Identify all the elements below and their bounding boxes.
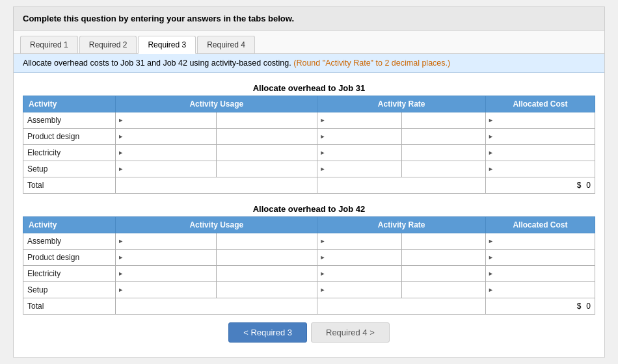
tab-required1[interactable]: Required 1	[20, 36, 78, 53]
col-rate2: Activity Rate	[317, 217, 486, 233]
table-row: Product design ►	[23, 129, 595, 145]
prev-button[interactable]: < Required 3	[228, 322, 307, 343]
rate-cell: ►	[317, 233, 486, 250]
rate-input1[interactable]	[326, 129, 401, 144]
arrow-icon: ►	[116, 254, 124, 261]
arrow-icon: ►	[116, 133, 124, 140]
allocated-input[interactable]	[494, 113, 595, 127]
next-button[interactable]: Required 4 >	[311, 322, 390, 343]
rate-input2[interactable]	[402, 250, 485, 265]
arrow-icon: ►	[116, 270, 124, 277]
usage-cell: ►	[116, 233, 317, 250]
usage-input2[interactable]	[217, 283, 317, 297]
rate-input1[interactable]	[326, 283, 401, 297]
arrow-icon: ►	[317, 254, 326, 261]
usage-input2[interactable]	[217, 250, 317, 265]
usage-input1[interactable]	[124, 250, 216, 265]
rate-input1[interactable]	[326, 234, 401, 248]
activity-label: Product design	[23, 250, 116, 266]
rate-cell: ►	[317, 250, 486, 266]
allocated-input[interactable]	[494, 146, 595, 160]
tab-required3[interactable]: Required 3	[138, 36, 196, 54]
arrow-icon: ►	[116, 238, 124, 244]
activity-label: Setup	[23, 161, 116, 177]
arrow-icon: ►	[486, 133, 494, 140]
allocated-cell: ►	[485, 233, 595, 250]
arrow-icon: ►	[116, 150, 124, 156]
activity-label: Product design	[23, 129, 116, 145]
instruction-text: Complete this question by entering your …	[23, 14, 294, 23]
allocated-cell: ►	[485, 282, 595, 298]
usage-input2[interactable]	[217, 129, 317, 144]
allocated-cell: ►	[485, 112, 595, 129]
allocated-input[interactable]	[494, 129, 595, 144]
usage-input1[interactable]	[124, 234, 216, 248]
rate-input1[interactable]	[326, 113, 401, 127]
arrow-icon: ►	[317, 133, 326, 140]
tab-required2[interactable]: Required 2	[79, 36, 137, 53]
rate-input2[interactable]	[402, 146, 485, 160]
activity-label: Setup	[23, 282, 116, 298]
usage-cell: ►	[116, 129, 317, 145]
info-highlight: (Round "Activity Rate" to 2 decimal plac…	[293, 58, 450, 68]
allocated-input[interactable]	[494, 283, 595, 297]
rate-input1[interactable]	[326, 146, 401, 160]
arrow-icon: ►	[116, 166, 124, 172]
col-rate1: Activity Rate	[317, 96, 486, 112]
rate-input2[interactable]	[402, 129, 485, 144]
rate-input2[interactable]	[402, 113, 485, 127]
table-row: Assembly ►	[23, 112, 595, 129]
activity-label: Assembly	[23, 233, 116, 250]
rate-input2[interactable]	[402, 266, 485, 281]
usage-input1[interactable]	[124, 266, 216, 281]
arrow-icon: ►	[486, 287, 494, 293]
usage-input2[interactable]	[217, 113, 317, 127]
rate-input1[interactable]	[326, 266, 401, 281]
allocated-cell: ►	[485, 250, 595, 266]
tab-required4[interactable]: Required 4	[197, 36, 255, 53]
arrow-icon: ►	[486, 238, 494, 244]
rate-input2[interactable]	[402, 234, 485, 248]
col-activity1: Activity	[23, 96, 116, 112]
footer-nav: < Required 3 Required 4 >	[23, 315, 595, 348]
arrow-icon: ►	[486, 117, 494, 124]
rate-input1[interactable]	[326, 250, 401, 265]
arrow-icon: ►	[317, 150, 326, 156]
rate-input2[interactable]	[402, 283, 485, 297]
usage-input2[interactable]	[217, 146, 317, 160]
usage-input1[interactable]	[124, 113, 216, 127]
content-area: Allocate overhead to Job 31 Activity Act…	[14, 73, 604, 357]
usage-input2[interactable]	[217, 162, 317, 176]
col-usage2: Activity Usage	[116, 217, 317, 233]
usage-input2[interactable]	[217, 234, 317, 248]
usage-input1[interactable]	[124, 283, 216, 297]
allocated-cell: ►	[485, 145, 595, 161]
allocated-input[interactable]	[494, 162, 595, 176]
info-bar: Allocate overhead costs to Job 31 and Jo…	[14, 54, 604, 73]
usage-input1[interactable]	[124, 162, 216, 176]
allocated-cell: ►	[485, 129, 595, 145]
rate-cell: ►	[317, 112, 486, 129]
table2-title: Allocate overhead to Job 42	[23, 204, 595, 214]
usage-cell: ►	[116, 282, 317, 298]
allocated-input[interactable]	[494, 266, 595, 281]
usage-input1[interactable]	[124, 146, 216, 160]
table1: Activity Activity Usage Activity Rate Al…	[23, 96, 595, 194]
rate-input1[interactable]	[326, 162, 401, 176]
total-value: 0	[586, 181, 591, 190]
total-allocated-cell: $ 0	[485, 298, 595, 315]
usage-input1[interactable]	[124, 129, 216, 144]
rate-input2[interactable]	[402, 162, 485, 176]
col-allocated2: Allocated Cost	[485, 217, 595, 233]
table1-title: Allocate overhead to Job 31	[23, 83, 595, 93]
activity-label: Electricity	[23, 266, 116, 282]
table-row: Electricity ►	[23, 145, 595, 161]
arrow-icon: ►	[317, 166, 326, 172]
allocated-input[interactable]	[494, 250, 595, 265]
total-usage-cell	[116, 177, 317, 194]
activity-label: Electricity	[23, 145, 116, 161]
rate-cell: ►	[317, 282, 486, 298]
allocated-input[interactable]	[494, 234, 595, 248]
usage-input2[interactable]	[217, 266, 317, 281]
rate-cell: ►	[317, 145, 486, 161]
